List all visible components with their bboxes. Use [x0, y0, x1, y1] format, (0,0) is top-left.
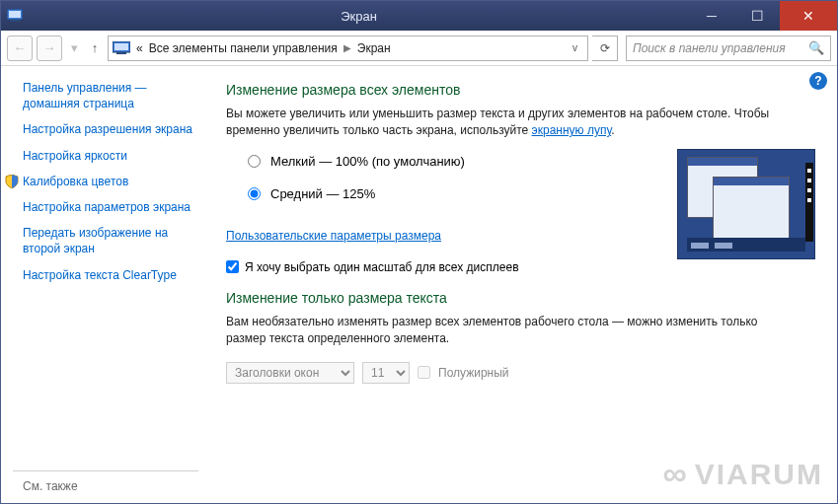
description-text-only: Вам необязательно изменять размер всех э… [226, 314, 789, 348]
breadcrumb-prefix: « [136, 41, 143, 55]
watermark: ∞ VIARUM [662, 455, 823, 493]
sidebar-item-cleartype[interactable]: Настройка текста ClearType [23, 267, 198, 283]
address-bar[interactable]: « Все элементы панели управления ▶ Экран… [108, 36, 588, 61]
content-area: Панель управления — домашняя страница На… [1, 66, 837, 503]
help-icon[interactable]: ? [809, 72, 827, 90]
breadcrumb-item[interactable]: Все элементы панели управления [149, 41, 338, 55]
main-panel: ? Изменение размера всех элементов Вы мо… [208, 66, 837, 503]
infinity-icon: ∞ [662, 455, 688, 493]
breadcrumb-separator: ▶ [343, 42, 351, 53]
bold-checkbox[interactable] [418, 366, 430, 379]
single-scale-checkbox[interactable] [226, 260, 239, 273]
font-size-select[interactable]: 11 [362, 362, 410, 384]
sidebar-item-project[interactable]: Передать изображение на второй экран [23, 225, 198, 256]
breadcrumb-item[interactable]: Экран [357, 41, 391, 55]
forward-button[interactable]: → [37, 36, 62, 61]
sidebar-home-link[interactable]: Панель управления — домашняя страница [23, 80, 198, 111]
back-button[interactable]: ← [7, 36, 33, 61]
bold-label: Полужирный [438, 366, 509, 380]
close-button[interactable]: ✕ [780, 1, 837, 31]
navigation-bar: ← → ▾ ↑ « Все элементы панели управления… [1, 31, 837, 66]
sidebar-item-display-settings[interactable]: Настройка параметров экрана [23, 199, 198, 215]
svg-rect-4 [116, 52, 126, 54]
svg-rect-2 [9, 11, 21, 18]
heading-text-only: Изменение только размера текста [226, 290, 819, 306]
see-also-heading: См. также [23, 479, 198, 493]
sidebar-item-calibration[interactable]: Калибровка цветов [23, 174, 198, 189]
sidebar-item-resolution[interactable]: Настройка разрешения экрана [23, 121, 198, 137]
single-scale-label: Я хочу выбрать один масштаб для всех дис… [245, 260, 519, 274]
sidebar-item-brightness[interactable]: Настройка яркости [23, 148, 198, 164]
sidebar-divider [13, 470, 198, 471]
radio-medium-label: Средний — 125% [270, 186, 375, 201]
heading-size-all: Изменение размера всех элементов [226, 82, 819, 98]
element-select[interactable]: Заголовки окон [226, 362, 354, 384]
radio-medium[interactable] [248, 187, 261, 200]
svg-rect-1 [10, 20, 20, 22]
recent-dropdown[interactable]: ▾ [66, 36, 82, 61]
radio-small[interactable] [248, 155, 261, 168]
address-dropdown[interactable]: v [567, 42, 583, 53]
search-placeholder: Поиск в панели управления [633, 41, 786, 55]
sidebar-item-label: Калибровка цветов [23, 175, 128, 188]
preview-illustration [677, 149, 815, 259]
description-size-all: Вы можете увеличить или уменьшить размер… [226, 106, 789, 140]
custom-size-link[interactable]: Пользовательские параметры размера [226, 229, 441, 243]
magnifier-link[interactable]: экранную лупу [532, 123, 612, 137]
window-titlebar: Экран ─ ☐ ✕ [1, 1, 837, 31]
radio-small-label: Мелкий — 100% (по умолчанию) [270, 154, 465, 169]
svg-rect-5 [114, 43, 128, 50]
shield-icon [5, 175, 19, 188]
window-controls: ─ ☐ ✕ [689, 1, 837, 31]
up-button[interactable]: ↑ [86, 36, 104, 61]
refresh-button[interactable]: ⟳ [592, 36, 618, 61]
sidebar: Панель управления — домашняя страница На… [1, 66, 208, 503]
search-icon: 🔍 [808, 40, 824, 55]
monitor-icon [113, 41, 130, 55]
single-scale-checkbox-row[interactable]: Я хочу выбрать один масштаб для всех дис… [226, 260, 819, 274]
window-title: Экран [29, 9, 689, 24]
text-size-controls: Заголовки окон 11 Полужирный [226, 362, 819, 384]
maximize-button[interactable]: ☐ [734, 1, 780, 31]
search-input[interactable]: Поиск в панели управления 🔍 [626, 36, 831, 61]
system-menu-icon[interactable] [1, 1, 29, 31]
minimize-button[interactable]: ─ [689, 1, 734, 31]
